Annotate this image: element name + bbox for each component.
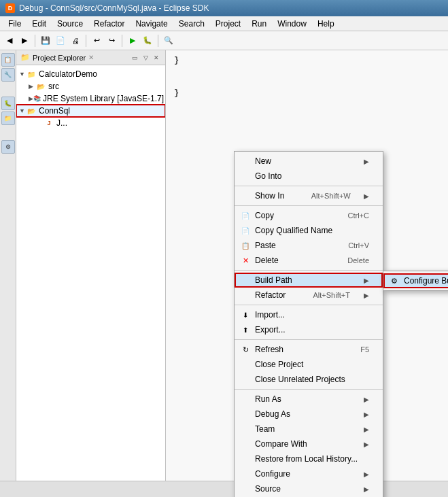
tree-item-src[interactable]: ▶ 📂 src [16,80,165,92]
ctx-runas[interactable]: Run As ▶ [235,392,383,407]
tree-item-label: CalculatorDemo [39,69,97,79]
tree-item-java[interactable]: J J... [16,117,165,129]
refactor-icon [240,290,251,301]
folder-icon: 📂 [26,105,37,116]
tree-item-jre[interactable]: ▶ 📚 JRE System Library [JavaSE-1.7] [16,92,165,105]
menu-project[interactable]: Project [210,18,246,30]
buildpath-icon [240,275,251,286]
tree-arrow [37,120,44,126]
toolbar-search[interactable]: 🔍 [162,34,175,48]
sidebar-icon-4[interactable]: 📁 [1,112,15,125]
ctx-copyname[interactable]: 📄 Copy Qualified Name [235,223,383,238]
ctx-showin[interactable]: Show In Alt+Shift+W ▶ [235,188,383,203]
ctx-label-copy: Copy [255,211,274,220]
left-sidebar: 📋 🔧 🐛 📁 ⚙ [0,50,16,481]
ctx-comparewith[interactable]: Compare With ▶ [235,436,383,451]
panel-title: Project Explorer [33,54,86,62]
toolbar-sep3 [122,35,122,47]
ctx-item-left: Go Into [240,171,281,182]
arrow-icon: ▶ [364,470,369,478]
ctx-new[interactable]: New ▶ [235,154,383,169]
ctx-gointo[interactable]: Go Into [235,169,383,184]
panel-close[interactable]: ✕ [152,53,161,63]
ctx-item-left: Configure [240,468,290,479]
app-icon: D [5,3,15,13]
ctx-label-export: Export... [255,325,286,335]
sidebar-icon-2[interactable]: 🔧 [1,68,15,82]
menu-help[interactable]: Help [312,18,340,30]
ctx-refresh[interactable]: ↻ Refresh F5 [235,342,383,357]
ctx-debugas[interactable]: Debug As ▶ [235,407,383,422]
menu-refactor[interactable]: Refactor [88,18,130,30]
toolbar-back[interactable]: ◀ [3,34,16,48]
ctx-configurebuildpath[interactable]: ⚙ Configure Build Path... [383,273,448,288]
tree-item-connsql[interactable]: ▼ 📂 ConnSql [16,105,165,117]
menu-source[interactable]: Source [52,18,88,30]
ctx-refactor[interactable]: Refactor Alt+Shift+T ▶ [235,288,383,303]
toolbar-debug[interactable]: 🐛 [141,34,154,48]
context-menu: New ▶ Go Into Show In Alt+Shift+W ▶ [234,151,383,497]
ctx-sep6 [235,389,383,390]
ctx-sep4 [235,305,383,305]
code-line-3 [174,78,440,88]
panel-minimize[interactable]: ▭ [130,53,139,63]
tree-item-calculator[interactable]: ▼ 📁 CalculatorDemo [16,68,165,80]
toolbar-save[interactable]: 💾 [39,34,52,48]
ctx-export[interactable]: ⬆ Export... [235,322,383,337]
ctx-item-left: Debug As [240,409,290,419]
ctx-closeproject[interactable]: Close Project [235,357,383,372]
sidebar-icon-3[interactable]: 🐛 [1,97,15,110]
sidebar-icon-5[interactable]: ⚙ [1,140,15,154]
main-layout: 📋 🔧 🐛 📁 ⚙ 📁 Project Explorer ✕ ▭ ▽ ✕ ▼ 📁 [0,50,448,481]
ctx-restorefrom[interactable]: Restore from Local History... [235,451,383,466]
ctx-team[interactable]: Team ▶ [235,422,383,436]
arrow-icon: ▶ [364,485,369,493]
ctx-import[interactable]: ⬇ Import... [235,307,383,322]
ctx-item-left: ↻ Refresh [240,344,283,355]
ctx-configure[interactable]: Configure ▶ [235,466,383,481]
ctx-label-debugas: Debug As [255,409,290,419]
refresh-icon: ↻ [240,344,251,355]
menu-navigate[interactable]: Navigate [130,18,173,30]
ctx-closeunrelated[interactable]: Close Unrelated Projects [235,372,383,387]
ctx-copy[interactable]: 📄 Copy Ctrl+C [235,208,383,223]
toolbar-print[interactable]: 🖨 [69,34,82,48]
project-explorer-panel: 📁 Project Explorer ✕ ▭ ▽ ✕ ▼ 📁 Calculato… [16,50,166,481]
ctx-paste[interactable]: 📋 Paste Ctrl+V [235,238,383,253]
submenu-label-configurebuildpath: Configure Build Path... [404,276,448,286]
ctx-item-left: ⬇ Import... [240,309,285,320]
menu-edit[interactable]: Edit [27,18,52,30]
toolbar-run[interactable]: ▶ [126,34,139,48]
toolbar-fwd[interactable]: ▶ [18,34,31,48]
toolbar-sep1 [35,35,35,47]
menu-search[interactable]: Search [173,18,210,30]
ctx-source[interactable]: Source ▶ [235,481,383,496]
code-line-2 [174,67,440,78]
ctx-label-source: Source [255,484,281,494]
source-icon [240,483,251,494]
toolbar-save2[interactable]: 📄 [54,34,67,48]
ctx-label-paste: Paste [255,241,276,250]
ctx-label-restorefrom: Restore from Local History... [255,454,358,464]
ctx-buildpath[interactable]: Build Path ▶ ⚙ Configure Build Path... [235,273,383,288]
toolbar-redo[interactable]: ↪ [105,34,118,48]
window-title: Debug - ConnSql/src/ConnMySql.java - Ecl… [19,3,209,13]
arrow-icon: ▶ [364,292,369,299]
ctx-label-new: New [255,156,271,166]
sidebar-icon-1[interactable]: 📋 [1,53,15,67]
tree-arrow: ▶ [29,83,35,90]
ctx-delete[interactable]: ✕ Delete Delete [235,253,383,268]
menu-file[interactable]: File [3,18,27,30]
ctx-sep3 [235,270,383,271]
title-bar: D Debug - ConnSql/src/ConnMySql.java - E… [0,0,448,16]
copy-icon: 📄 [240,210,251,221]
toolbar-undo[interactable]: ↩ [90,34,103,48]
menu-window[interactable]: Window [272,18,312,30]
ctx-item-left: ✕ Delete [240,255,279,266]
panel-maximize[interactable]: ▽ [141,53,150,63]
runas-icon [240,394,251,405]
ctx-item-left: Refactor [240,290,286,301]
comparewith-icon [240,439,251,449]
menu-run[interactable]: Run [246,18,272,30]
arrow-icon: ▶ [364,158,369,165]
